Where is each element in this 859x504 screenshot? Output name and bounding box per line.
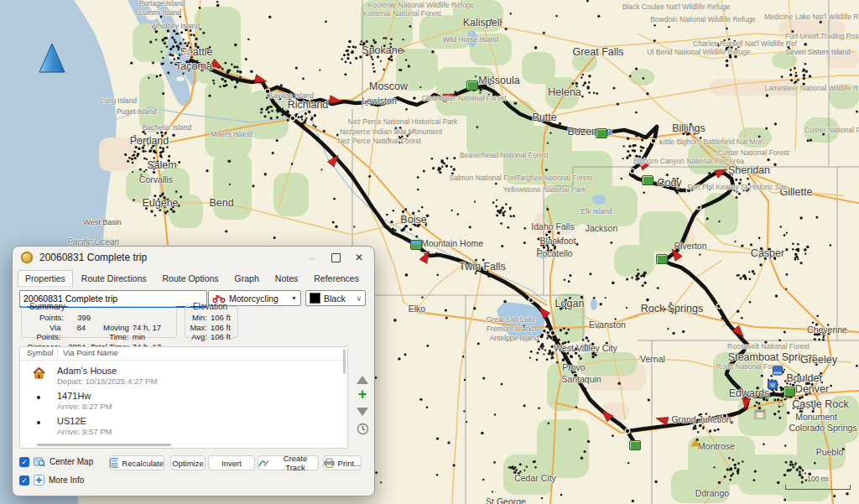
move-down-button[interactable] [357,408,368,416]
desert-area [710,79,804,96]
dialog-titlebar[interactable]: 20060831 Complete trip – ✕ [13,247,374,268]
dot-icon [20,416,57,436]
print-label: Print... [338,459,361,468]
center-map-checkbox[interactable]: ✓ [19,457,29,467]
forest-area [126,169,151,203]
road [452,267,482,504]
vertical-scrollbar[interactable] [343,349,346,374]
horizontal-scrollbar[interactable] [37,444,171,446]
restaurant-icon[interactable]: Ψ [768,381,778,390]
center-map-icon [34,456,45,467]
lodging-icon[interactable] [773,366,783,376]
forest-area [738,127,772,148]
tab-notes[interactable]: Notes [268,270,305,287]
min-value: 106 ft [207,313,231,323]
tab-graph[interactable]: Graph [227,270,267,287]
activity-value: Motorcycling [229,294,288,304]
color-dropdown[interactable]: Black ∨ [305,290,366,306]
south-waypoint-icon[interactable] [629,440,641,450]
dot-icon [20,391,57,411]
via-point-detail: Arrive: 8:27 PM [57,402,112,411]
bozeman-waypoint-icon[interactable] [596,128,607,138]
moving-time-label: Moving Time: [86,323,129,342]
tab-route-directions[interactable]: Route Directions [74,270,154,287]
via-point-name: 1471Hw [57,391,112,401]
color-swatch [310,293,320,304]
tab-properties[interactable]: Properties [18,270,73,287]
via-point-row[interactable]: 1471HwArrive: 8:27 PM [20,391,347,411]
list-side-buttons: + [351,372,373,437]
tab-route-options[interactable]: Route Options [154,270,226,287]
red-house-icon[interactable]: ⌂ [778,398,784,408]
island [146,13,158,20]
print-button[interactable]: Print... [323,455,362,470]
summary-legend: Summary [27,302,68,311]
tab-bar: PropertiesRoute DirectionsRoute OptionsG… [18,269,367,287]
house-icon [20,366,57,386]
forest-area [213,153,252,220]
via-point-name-column-header[interactable]: Via Point Name [57,347,347,360]
add-via-point-button[interactable]: + [351,387,373,401]
chevron-down-icon: ∨ [356,294,362,303]
more-info-label: More Info [49,475,84,485]
missoula-waypoint-icon[interactable] [466,81,478,91]
denver-waypoint-icon[interactable] [784,387,795,397]
clock-button[interactable] [351,423,373,437]
via-point-row[interactable]: US12EArrive: 9:57 PM [20,416,347,436]
create-track-button[interactable]: Create Track [258,455,319,470]
lake [467,30,477,47]
minimize-button[interactable]: – [300,247,324,268]
adams-house-waypoint-icon[interactable]: ⌂ [183,48,190,58]
riverton-waypoint-icon[interactable] [656,254,668,264]
more-info-icon [34,475,44,486]
symbol-column-header[interactable]: Symbol [20,347,57,360]
tab-references[interactable]: References [306,270,367,287]
clock-icon [357,423,369,435]
via-point-name: Adam's House [57,366,157,376]
forest-area [614,245,654,277]
recalculate-label: Recalculate [122,459,164,468]
forest-area [579,186,638,226]
forest-area [671,470,730,503]
move-up-button[interactable] [357,376,368,384]
track-icon [258,459,269,468]
min-label: Min: [189,313,207,323]
invert-button[interactable]: Invert [208,455,255,470]
forest-area [503,455,554,495]
haystack-icon[interactable] [690,439,700,447]
lake [591,299,597,310]
via-points-value: 84 [60,323,86,342]
forest-area [273,173,309,216]
forest-area [396,49,438,91]
dialog-title: 20060831 Complete trip [39,252,147,263]
more-info-checkbox[interactable]: ✓ [19,475,29,486]
chevron-down-icon: ▼ [291,295,297,301]
maximize-button[interactable] [324,247,347,268]
avg-label: Avg: [189,332,207,342]
forest-area [829,396,859,443]
max-label: Max: [189,323,207,333]
lake [592,195,606,205]
road [368,105,417,311]
optimize-label: Optimize [172,459,203,468]
cody-waypoint-icon[interactable] [642,175,653,185]
forest-area [629,69,654,86]
app-window: SeattleTacomaPortlandSalemCorvallisEugen… [0,0,859,504]
max-value: 106 ft [207,323,231,333]
via-point-list[interactable]: Symbol Via Point Name Adam's HouseDepart… [19,346,348,449]
road [749,173,843,195]
bank-icon[interactable] [755,410,766,419]
printer-icon [324,458,335,468]
recalculate-button[interactable]: Recalculate [109,455,164,470]
road [598,52,689,127]
road [721,0,747,143]
moving-time-value: 74 h, 17 min [129,323,173,342]
via-point-row[interactable]: Adam's HouseDepart: 10/18/2025 4:27 PM [20,366,347,386]
close-icon[interactable]: ✕ [347,247,371,268]
forest-area [804,117,839,143]
optimize-button[interactable]: Optimize [170,455,206,470]
invert-label: Invert [221,459,242,468]
forest-area [829,84,859,109]
elevation-group: Elevation Min:106 ft Max:106 ft Avg:106 … [185,302,238,338]
mountain-home-waypoint-icon[interactable] [410,240,422,250]
